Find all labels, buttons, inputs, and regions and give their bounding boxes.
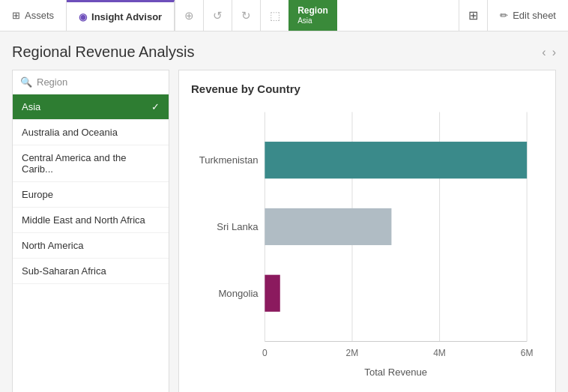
sidebar-item-0[interactable]: Asia✓ <box>13 94 169 120</box>
chart-area: 02M4M6MTurkmenistanSri LankaMongoliaTota… <box>191 103 543 384</box>
svg-text:2M: 2M <box>346 348 359 358</box>
svg-text:0: 0 <box>262 348 268 358</box>
svg-text:6M: 6M <box>521 348 534 358</box>
undo-icon-btn[interactable]: ↺ <box>203 0 232 31</box>
bar-2 <box>265 275 280 312</box>
tab-insight-advisor[interactable]: ◉ Insight Advisor <box>67 0 175 31</box>
select-icon-btn[interactable]: ⬚ <box>260 0 288 31</box>
check-icon: ✓ <box>151 101 160 112</box>
sidebar: 🔍 Region Asia✓Australia and OceaniaCentr… <box>12 70 169 392</box>
sidebar-item-4[interactable]: Middle East and North Africa <box>13 208 169 233</box>
insight-icon: ◉ <box>79 11 87 22</box>
tab-assets[interactable]: ⊞ Assets <box>0 0 67 31</box>
region-button-sub: Asia <box>297 16 328 25</box>
edit-sheet-label: Edit sheet <box>513 10 556 21</box>
search-icon: 🔍 <box>20 76 32 88</box>
region-button[interactable]: Region Asia <box>288 0 337 31</box>
edit-sheet-button[interactable]: ✏ Edit sheet <box>487 0 568 31</box>
page-content: Regional Revenue Analysis ‹ › 🔍 Region A… <box>0 31 568 392</box>
nav-arrows: ‹ › <box>542 46 556 59</box>
sidebar-item-2[interactable]: Central America and the Carib... <box>13 145 169 182</box>
sidebar-item-6[interactable]: Sub-Saharan Africa <box>13 259 169 284</box>
chart-container: Revenue by Country 02M4M6MTurkmenistanSr… <box>178 70 556 392</box>
svg-text:Sri Lanka: Sri Lanka <box>217 221 259 232</box>
assets-label: Assets <box>25 10 54 21</box>
sidebar-item-5[interactable]: North America <box>13 233 169 259</box>
top-right-actions: ⊞ ✏ Edit sheet <box>459 0 568 31</box>
page-title-row: Regional Revenue Analysis ‹ › <box>12 43 556 61</box>
zoom-icon-btn[interactable]: ⊕ <box>175 0 203 31</box>
svg-text:Mongolia: Mongolia <box>218 288 259 299</box>
main-area: 🔍 Region Asia✓Australia and OceaniaCentr… <box>12 70 556 392</box>
bar-1 <box>265 208 391 245</box>
chart-title: Revenue by Country <box>191 82 543 95</box>
nav-forward-arrow[interactable]: › <box>552 46 556 59</box>
top-bar: ⊞ Assets ◉ Insight Advisor ⊕ ↺ ↻ ⬚ Regio… <box>0 0 568 31</box>
bar-0 <box>265 142 527 178</box>
assets-icon: ⊞ <box>12 10 20 21</box>
sidebar-item-3[interactable]: Europe <box>13 182 169 208</box>
svg-text:Total Revenue: Total Revenue <box>364 367 427 378</box>
sidebar-items: Asia✓Australia and OceaniaCentral Americ… <box>13 94 169 284</box>
sidebar-search[interactable]: 🔍 Region <box>13 70 169 94</box>
svg-text:Turkmenistan: Turkmenistan <box>199 154 259 166</box>
region-button-label: Region <box>297 5 328 16</box>
page-title-text: Regional Revenue Analysis <box>12 43 195 61</box>
sidebar-item-1[interactable]: Australia and Oceania <box>13 120 169 145</box>
insight-advisor-label: Insight Advisor <box>91 11 162 22</box>
redo-icon-btn[interactable]: ↻ <box>232 0 260 31</box>
bar-chart-svg: 02M4M6MTurkmenistanSri LankaMongoliaTota… <box>191 103 543 384</box>
grid-view-icon-btn[interactable]: ⊞ <box>459 0 487 31</box>
edit-sheet-pencil-icon: ✏ <box>500 10 508 21</box>
svg-text:4M: 4M <box>433 348 446 358</box>
nav-back-arrow[interactable]: ‹ <box>542 46 546 59</box>
search-label: Region <box>37 76 67 88</box>
